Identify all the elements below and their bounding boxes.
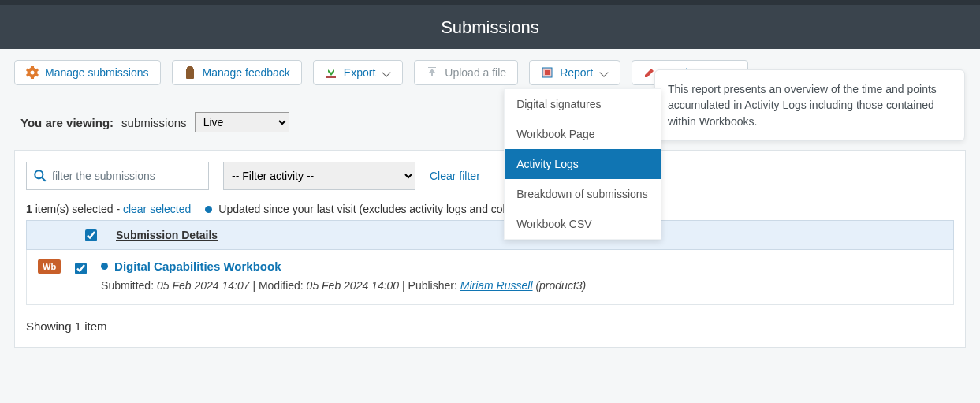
publisher-link[interactable]: Miriam Russell xyxy=(460,279,533,292)
report-dropdown: Digital signatures Workbook Page Activit… xyxy=(504,88,661,240)
svg-line-4 xyxy=(42,177,46,181)
modified-label: Modified: xyxy=(259,279,307,292)
submission-title-link[interactable]: Digital Capabilities Workbook xyxy=(114,259,281,273)
upload-file-button: Upload a file xyxy=(414,60,518,85)
page-title: Submissions xyxy=(441,17,539,37)
button-label: Upload a file xyxy=(445,66,506,79)
gear-icon xyxy=(26,66,39,79)
menu-item-workbook-page[interactable]: Workbook Page xyxy=(505,119,661,149)
header-bar: Submissions xyxy=(0,0,980,49)
submission-meta: Submitted: 05 Feb 2024 14:07 | Modified:… xyxy=(101,279,942,292)
submitted-label: Submitted: xyxy=(101,279,157,292)
manage-submissions-button[interactable]: Manage submissions xyxy=(14,60,161,85)
menu-item-activity-logs[interactable]: Activity Logs xyxy=(505,149,661,179)
search-icon xyxy=(33,169,47,183)
workbook-badge: Wb xyxy=(38,259,61,274)
svg-rect-2 xyxy=(545,70,550,75)
filter-activity-select[interactable]: -- Filter activity -- xyxy=(223,162,415,190)
svg-rect-0 xyxy=(326,76,336,78)
publisher-label: Publisher: xyxy=(408,279,460,292)
status-row: 1 item(s) selected - clear selected Upda… xyxy=(26,203,954,215)
submitted-value: 05 Feb 2024 14:07 xyxy=(157,279,250,292)
selected-count: 1 xyxy=(26,203,32,215)
menu-item-breakdown[interactable]: Breakdown of submissions xyxy=(505,179,661,209)
updated-indicator-dot xyxy=(101,263,108,270)
clipboard-icon xyxy=(184,66,196,79)
modified-value: 05 Feb 2024 14:00 xyxy=(307,279,400,292)
showing-count: Showing 1 item xyxy=(26,319,954,333)
menu-item-workbook-csv[interactable]: Workbook CSV xyxy=(505,209,661,239)
chevron-down-icon xyxy=(382,68,391,77)
tooltip: This report presents an overview of the … xyxy=(654,69,965,141)
search-box[interactable] xyxy=(26,162,209,190)
search-input[interactable] xyxy=(52,170,202,182)
chevron-down-icon xyxy=(599,68,609,77)
table-header: Submission Details xyxy=(26,220,954,250)
updated-indicator-dot xyxy=(205,206,212,213)
report-icon xyxy=(541,66,553,79)
publisher-suffix: (product3) xyxy=(533,279,587,292)
manage-feedback-button[interactable]: Manage feedback xyxy=(172,60,302,85)
updated-legend: Updated since your last visit (excludes … xyxy=(218,203,546,215)
export-button[interactable]: Export xyxy=(313,60,403,85)
clear-filter-link[interactable]: Clear filter xyxy=(430,170,480,182)
button-label: Report xyxy=(560,66,593,79)
button-label: Export xyxy=(344,66,375,79)
table-row: Wb Digital Capabilities Workbook Submitt… xyxy=(26,250,954,305)
select-all-checkbox[interactable] xyxy=(85,229,97,241)
viewing-label: You are viewing: xyxy=(20,116,114,129)
selected-suffix: item(s) selected - xyxy=(32,203,123,215)
column-header-submission-details[interactable]: Submission Details xyxy=(116,229,218,241)
viewing-select[interactable]: Live xyxy=(195,112,289,132)
row-checkbox[interactable] xyxy=(75,263,87,274)
button-label: Manage feedback xyxy=(203,66,290,79)
download-icon xyxy=(325,66,337,79)
main-panel: -- Filter activity -- Clear filter 1 ite… xyxy=(14,150,966,348)
clear-selected-link[interactable]: clear selected xyxy=(123,203,191,215)
viewing-noun: submissions xyxy=(121,116,187,129)
report-button[interactable]: Report xyxy=(529,60,620,85)
upload-icon xyxy=(426,66,438,79)
button-label: Manage submissions xyxy=(45,66,149,79)
tooltip-text: This report presents an overview of the … xyxy=(668,83,937,128)
menu-item-digital-signatures[interactable]: Digital signatures xyxy=(505,89,661,119)
svg-point-3 xyxy=(35,170,43,178)
